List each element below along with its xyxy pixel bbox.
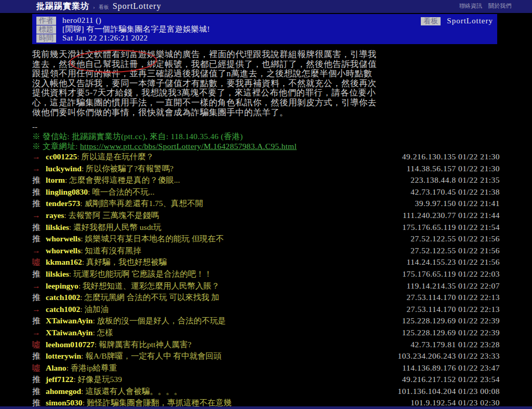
meta-row-time: 時間 Sat Jan 22 21:26:21 2022 [36, 33, 497, 42]
comment-row: 噓Alano: 香港ip給尊重114.136.89.176 01/22 23:4… [32, 362, 500, 374]
push-tag: 推 [32, 233, 46, 245]
post-body: 我前幾天滑社交軟體看到富遊娛樂城的廣告，裡面的代理跟我說群組報牌很厲害，引導我進… [32, 50, 500, 117]
post: 我前幾天滑社交軟體看到富遊娛樂城的廣告，裡面的代理跟我說群組報牌很厲害，引導我進… [32, 50, 500, 152]
comment-row: 推ltorm: 怎麼會覺得這種是真的？傻眼...223.138.44.8 01/… [32, 174, 500, 186]
push-content: : 娛樂城只有某日本地名的能玩 但現在不 [81, 233, 224, 245]
push-ipdatetime: 27.53.114.170 01/22 22:13 [407, 304, 500, 316]
navbar-links: 聯絡資訊 關於我們 [459, 2, 511, 10]
comment-row: 推XTaiwanAyin: 放板的沒一個是好人，合法的不玩是125.228.12… [32, 315, 500, 327]
push-tag: 推 [32, 198, 46, 210]
push-ipdatetime: 39.9.97.150 01/22 21:41 [415, 198, 500, 210]
comment-row: 噓leehom010727: 報牌厲害有比ptt神人厲害?42.73.179.8… [32, 339, 500, 351]
post-line: 我前幾天滑社交軟體看到富遊娛樂城的廣告，裡面的代理跟我說群組報牌很厲害，引導我 [32, 50, 500, 60]
push-content: : 我好想知道、運彩怎麼用人民幣入賬？ [78, 280, 220, 292]
title-tag: 標題 [36, 25, 56, 34]
push-tag: 推 [32, 174, 46, 186]
top-navbar: 批踢踢實業坊 › 看板 SportLottery 聯絡資訊 關於我們 [0, 0, 532, 13]
push-userid: lilskies [46, 268, 69, 280]
push-userid: tender573 [46, 198, 80, 210]
push-content: : 油加油 [80, 304, 109, 316]
push-tag: 推 [32, 186, 46, 198]
push-tag: 噓 [32, 256, 46, 268]
comment-row: →luckywind: 所以你被騙了?有報警嗎?114.38.56.157 01… [32, 163, 500, 175]
push-ipdatetime: 103.234.206.243 01/22 23:33 [398, 350, 500, 362]
push-userid: lilskies [46, 222, 69, 234]
push-ipdatetime: 27.52.122.55 01/22 21:56 [410, 245, 500, 257]
push-ipdatetime: 114.136.89.176 01/22 23:47 [402, 362, 500, 374]
meta-board: 看板 SportLottery [421, 16, 493, 25]
push-tag: → [32, 210, 46, 222]
push-userid: jeff7122 [46, 374, 73, 386]
signature-separator: -- [32, 122, 500, 132]
push-content: : 報牌厲害有比ptt神人厲害? [95, 339, 191, 351]
board-name-link[interactable]: SportLottery [113, 2, 162, 11]
push-userid: whorwells [46, 245, 81, 257]
comment-row: 推lotterywin: 報A/B牌囉，一定有人中 有中就會回頭103.234.… [32, 350, 500, 362]
time-value: Sat Jan 22 21:26:21 2022 [62, 34, 148, 42]
article-url-link[interactable]: https://www.ptt.cc/bbs/SportLottery/M.16… [80, 142, 297, 151]
article-url-line: ※ 文章網址: https://www.ptt.cc/bbs/SportLott… [32, 142, 500, 152]
push-tag: → [32, 151, 46, 163]
push-userid: lotterywin [46, 350, 81, 362]
time-tag: 時間 [36, 34, 56, 43]
push-userid: rayes [46, 210, 64, 222]
comment-row: 推tender573: 威剛賠率再差還有1.75、真想不開39.9.97.150… [32, 198, 500, 210]
push-content: : 玩運彩也能玩啊 它應該是合法的吧！！ [69, 268, 212, 280]
post-line: 做他們要叫你們做的事情，很快就會成為詐騙集團手中的羔羊了。 [32, 108, 500, 118]
comment-row: 推ahomegod: 這版還有人會被騙。。。。101.136.104.204 0… [32, 386, 500, 398]
push-ipdatetime: 42.73.179.81 01/22 23:28 [410, 339, 500, 351]
site-title-link[interactable]: 批踢踢實業坊 [36, 1, 89, 12]
post-line: 心，這是詐騙集團的慣用手法，一直開不一樣的角色私訊你，然後用剝皮方式，引導你去 [32, 98, 500, 108]
push-content: : 這版還有人會被騙。。。。 [81, 386, 182, 398]
url-prefix: ※ 文章網址: [32, 142, 80, 151]
author-tag: 作者 [36, 17, 56, 25]
push-userid: XTaiwanAyin [46, 327, 92, 339]
push-userid: whorwells [46, 233, 81, 245]
push-userid: ahomegod [46, 386, 81, 398]
meta-row-title: 標題 [閒聊] 有一個詐騙集團名字是富遊娛樂城! [36, 24, 497, 33]
about-link[interactable]: 關於我們 [488, 2, 511, 10]
push-userid: cc001225 [46, 151, 77, 163]
post-line: 跟提領不用任何的條件，並再三確認過後我儲值了n萬進去，之後想說怎麼半個小時點數 [32, 69, 500, 79]
contact-link[interactable]: 聯絡資訊 [459, 2, 482, 10]
push-tag: 推 [32, 268, 46, 280]
push-tag: 推 [32, 374, 46, 386]
push-content: : 威剛賠率再差還有1.75、真想不開 [80, 198, 203, 210]
push-userid: catch1002 [46, 292, 80, 304]
push-ipdatetime: 49.216.130.135 01/22 21:30 [402, 151, 500, 163]
push-content: : 所以你被騙了?有報警嗎? [82, 163, 174, 175]
comment-row: 推catch1002: 怎麼玩黑網 合法的不玩 可以來找我 加27.53.114… [32, 292, 500, 304]
origin-line: ※ 發信站: 批踢踢實業坊(ptt.cc), 來自: 118.140.35.46… [32, 132, 500, 142]
push-ipdatetime: 42.73.170.45 01/22 21:38 [410, 186, 500, 198]
push-ipdatetime: 223.138.44.8 01/22 21:35 [410, 174, 500, 186]
push-userid: ltorm [46, 174, 65, 186]
page-title: [閒聊] 有一個詐騙集團名字是富遊娛樂城! [62, 25, 210, 33]
push-ipdatetime: 119.14.214.35 01/22 22:07 [407, 280, 500, 292]
comment-row: 噓kkman162: 真好騙，我也好想被騙114.24.155.23 01/22… [32, 256, 500, 268]
push-content: : 知道有沒有黑掉 [81, 245, 141, 257]
push-content: : 唯一合法的不玩... [88, 186, 154, 198]
comment-row: →whorwells: 知道有沒有黑掉27.52.122.55 01/22 21… [32, 245, 500, 257]
push-tag: 噓 [32, 362, 46, 374]
breadcrumb: 批踢踢實業坊 › 看板 SportLottery [0, 1, 161, 12]
board-tag: 看板 [421, 17, 441, 25]
push-tag: 推 [32, 222, 46, 234]
push-ipdatetime: 175.176.65.119 01/22 21:54 [402, 222, 500, 234]
push-userid: luckywind [46, 163, 82, 175]
push-tag: → [32, 280, 46, 292]
comment-row: 推jeff7122: 好像是玩53949.216.217.152 01/22 2… [32, 374, 500, 386]
push-ipdatetime: 101.136.104.204 01/23 00:08 [398, 386, 500, 398]
comment-row: 推lilskies: 玩運彩也能玩啊 它應該是合法的吧！！175.176.65.… [32, 268, 500, 280]
push-ipdatetime: 125.228.129.69 01/22 22:39 [402, 315, 500, 327]
push-tag: → [32, 304, 46, 316]
push-ipdatetime: 27.53.114.170 01/22 22:13 [407, 292, 500, 304]
push-tag: 推 [32, 292, 46, 304]
push-tag: → [32, 163, 46, 175]
board-value: SportLottery [447, 17, 493, 25]
push-content: : 所以這是在玩什麼？ [77, 151, 154, 163]
comment-list: →cc001225: 所以這是在玩什麼？49.216.130.135 01/22… [32, 151, 500, 409]
comment-row: 推lilskies: 還好我都用人民幣 usdt玩175.176.65.119 … [32, 222, 500, 234]
push-tag: 推 [32, 315, 46, 327]
push-ipdatetime: 114.38.56.157 01/22 21:30 [407, 163, 500, 175]
push-userid: Alano [46, 362, 66, 374]
